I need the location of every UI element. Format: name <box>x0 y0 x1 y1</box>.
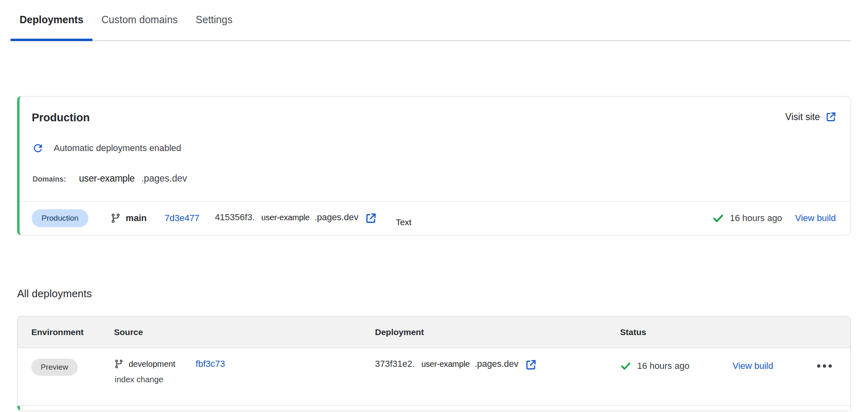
deployment-name: user-example <box>421 359 470 369</box>
production-card-header: Production Visit site <box>20 96 850 124</box>
commit-link[interactable]: fbf3c73 <box>196 359 225 369</box>
domain-suffix: .pages.dev <box>141 173 187 184</box>
table-header-row: Environment Source Deployment Status <box>18 316 850 348</box>
tab-deployments[interactable]: Deployments <box>11 13 92 40</box>
commit-link[interactable]: 7d3e477 <box>164 213 199 224</box>
domains-row: Domains: user-example .pages.dev <box>20 154 850 201</box>
commit-message: index change <box>114 375 375 384</box>
refresh-icon <box>32 142 44 154</box>
column-header-source: Source <box>114 327 375 337</box>
external-link-icon <box>825 111 837 123</box>
external-link-icon[interactable] <box>365 212 377 224</box>
deploy-time: 16 hours ago <box>637 361 689 371</box>
deployments-table: Environment Source Deployment Status Pre… <box>17 316 851 411</box>
auto-deployments-label: Automatic deployments enabled <box>54 142 181 154</box>
production-card-title: Production <box>32 111 90 124</box>
deployment-id: 373f31e2. <box>375 359 415 369</box>
column-header-deployment: Deployment <box>375 327 620 337</box>
environment-cell: Preview <box>18 359 114 376</box>
visit-site-label: Visit site <box>785 112 820 123</box>
production-deployment-row: Production main 7d3e477 415356f3. user-e… <box>20 201 850 235</box>
text-label: Text <box>396 217 412 227</box>
column-header-status: Status <box>620 327 850 337</box>
deployment-url[interactable]: 373f31e2. user-example .pages.dev <box>375 359 537 371</box>
deployment-url[interactable]: 415356f3. user-example .pages.dev <box>215 212 377 224</box>
view-build-link[interactable]: View build <box>795 213 836 224</box>
next-row-partial <box>18 406 850 411</box>
deploy-time: 16 hours ago <box>730 213 782 224</box>
branch-name: main <box>126 213 147 224</box>
view-build-link[interactable]: View build <box>732 361 773 371</box>
deployment-suffix: .pages.dev <box>475 359 519 369</box>
deployment-id: 415356f3. <box>215 212 255 223</box>
check-icon <box>620 360 631 372</box>
environment-badge: Production <box>32 209 88 227</box>
deployment-name: user-example <box>261 213 310 222</box>
tab-bar: Deployments Custom domains Settings <box>11 0 851 41</box>
next-row-accent <box>18 406 20 411</box>
production-card: Production Visit site Automatic deploym <box>17 96 851 235</box>
deployment-cell: 373f31e2. user-example .pages.dev <box>375 359 620 371</box>
environment-badge: Preview <box>31 359 78 376</box>
git-branch-icon <box>110 213 121 224</box>
auto-deployments-status: Automatic deployments enabled <box>20 124 850 154</box>
domains-label: Domains: <box>33 175 66 184</box>
tab-custom-domains[interactable]: Custom domains <box>92 13 187 40</box>
check-icon <box>712 212 724 224</box>
pages-project-screen: Deployments Custom domains Settings Prod… <box>0 0 868 411</box>
git-branch-icon <box>114 359 124 369</box>
source-cell: development fbf3c73 index change <box>114 359 375 384</box>
tab-settings[interactable]: Settings <box>187 13 241 40</box>
all-deployments-heading: All deployments <box>17 287 868 300</box>
table-row: Preview development fbf3c73 index change… <box>18 348 850 406</box>
external-link-icon[interactable] <box>525 359 537 371</box>
column-header-environment: Environment <box>18 327 114 337</box>
production-row-status: 16 hours ago View build <box>712 212 836 224</box>
domain-name: user-example <box>79 173 135 184</box>
more-options-icon[interactable] <box>816 362 833 370</box>
status-cell: 16 hours ago View build <box>620 360 850 372</box>
deployment-suffix: .pages.dev <box>315 212 359 223</box>
visit-site-link[interactable]: Visit site <box>785 111 837 123</box>
branch-name: development <box>129 359 175 369</box>
